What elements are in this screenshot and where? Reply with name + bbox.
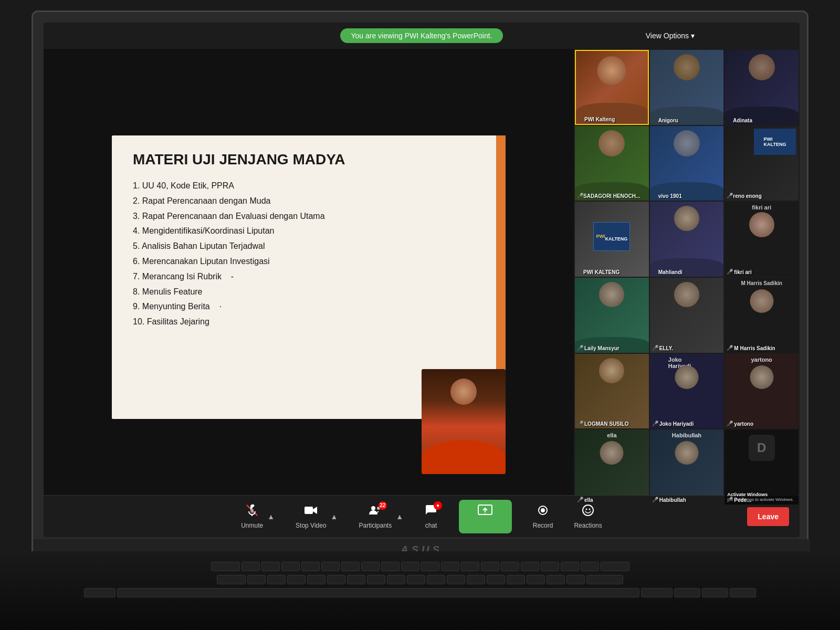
participant-name: ella — [584, 497, 593, 503]
leave-button[interactable]: Leave — [747, 507, 789, 526]
key[interactable] — [421, 562, 439, 571]
unmute-group: Unmute ▲ — [241, 504, 275, 529]
muted-icon: 🎤 — [652, 497, 658, 502]
sharing-banner: You are viewing PWI Kalteng's PowerPoint… — [340, 28, 502, 43]
reactions-button[interactable]: Reactions — [574, 504, 602, 529]
key[interactable] — [487, 575, 505, 584]
view-options-button[interactable]: View Options ▾ — [646, 32, 695, 40]
stop-video-button[interactable]: Stop Video — [296, 504, 327, 529]
participant-tile: 🎤̶ SADAGORI HENOCH... — [575, 126, 649, 201]
key[interactable] — [730, 588, 756, 597]
key[interactable] — [501, 562, 519, 571]
key[interactable] — [586, 575, 623, 584]
participants-icon: 22 — [368, 504, 383, 520]
key[interactable] — [601, 562, 629, 571]
key[interactable] — [84, 588, 116, 597]
svg-point-8 — [586, 508, 587, 510]
key[interactable] — [461, 562, 479, 571]
participant-name: Habibullah — [659, 497, 686, 503]
key[interactable] — [507, 575, 525, 584]
participants-chevron-icon[interactable]: ▲ — [396, 512, 403, 521]
participant-tile: 🎤 ELLY. — [650, 278, 724, 353]
microphone-muted-icon — [246, 504, 258, 520]
key[interactable] — [301, 562, 320, 571]
key[interactable] — [242, 562, 260, 571]
key[interactable] — [287, 575, 306, 584]
key[interactable] — [367, 575, 385, 584]
participants-button[interactable]: 22 Participants — [359, 504, 392, 529]
stop-video-label: Stop Video — [296, 522, 327, 529]
stop-video-chevron-icon[interactable]: ▲ — [331, 512, 338, 521]
chat-icon: ● — [424, 504, 438, 520]
share-screen-button[interactable]: Share Screen — [459, 500, 512, 533]
key[interactable] — [566, 575, 585, 584]
unmute-button[interactable]: Unmute — [241, 504, 263, 529]
bottom-toolbar: Unmute ▲ Stop Video ▲ — [44, 495, 800, 537]
key[interactable] — [327, 575, 345, 584]
key[interactable] — [561, 562, 579, 571]
key[interactable] — [447, 575, 465, 584]
key[interactable] — [341, 562, 360, 571]
spacebar-key[interactable] — [117, 588, 639, 597]
key[interactable] — [407, 575, 425, 584]
participant-tile: PWI Kalteng — [575, 50, 649, 125]
participant-name: Pede... — [734, 497, 751, 503]
muted-icon: 🎤 — [727, 497, 733, 502]
muted-icon: 🎤 — [577, 497, 583, 502]
view-options-label: View Options — [646, 32, 689, 40]
key[interactable] — [281, 562, 300, 571]
key[interactable] — [381, 562, 400, 571]
participant-name: Adinata — [733, 118, 752, 123]
participant-tile: 🎤 Laily Mansyur — [575, 278, 649, 353]
participant-name: vivo 1901 — [658, 193, 682, 199]
muted-icon: 🎤 — [577, 345, 583, 351]
key[interactable] — [321, 562, 340, 571]
key[interactable] — [211, 562, 240, 571]
key[interactable] — [702, 588, 728, 597]
muted-icon: 🎤 — [727, 269, 733, 275]
svg-point-9 — [589, 508, 591, 510]
record-icon — [537, 504, 549, 520]
key[interactable] — [247, 575, 266, 584]
unmute-chevron-icon[interactable]: ▲ — [267, 512, 275, 521]
muted-icon: 🎤 — [652, 421, 658, 426]
list-item: Analisis Bahan Liputan Terjadwal — [133, 239, 485, 254]
key[interactable] — [527, 575, 545, 584]
key[interactable] — [427, 575, 445, 584]
key[interactable] — [267, 575, 286, 584]
key[interactable] — [361, 562, 380, 571]
key[interactable] — [641, 588, 673, 597]
key[interactable] — [307, 575, 326, 584]
chat-badge: ● — [434, 501, 442, 510]
key[interactable] — [401, 562, 419, 571]
list-item: Rapat Perencanaan dan Evaluasi dengan Ut… — [133, 209, 485, 224]
key[interactable] — [387, 575, 405, 584]
key[interactable] — [261, 562, 280, 571]
key[interactable] — [467, 575, 485, 584]
list-item: Fasilitas Jejaring — [133, 314, 485, 330]
share-screen-icon — [477, 504, 493, 520]
presenter-body — [422, 440, 506, 474]
muted-icon: 🎤 — [727, 421, 733, 426]
participant-tile: Mahliandi — [650, 202, 724, 277]
presentation-area: MATERI UJI JENJANG MADYA UU 40, Kode Eti… — [44, 49, 574, 506]
key[interactable] — [481, 562, 499, 571]
key[interactable] — [441, 562, 459, 571]
key[interactable] — [581, 562, 599, 571]
key[interactable] — [541, 562, 559, 571]
list-item: Merencanakan Liputan Investigasi — [133, 254, 485, 269]
windows-activate-title: Activate Windows — [727, 492, 796, 497]
participant-tile: Joko Hariyadi 🎤 Joko Hariyadi — [650, 354, 724, 429]
key[interactable] — [521, 562, 539, 571]
key[interactable] — [674, 588, 700, 597]
keyboard-row-top — [42, 562, 798, 572]
key[interactable] — [217, 575, 246, 584]
participant-tile: PWIKALTENG PWI KALTENG — [575, 202, 649, 277]
participant-name: Anigoru — [658, 118, 678, 123]
record-button[interactable]: Record — [533, 504, 553, 529]
key[interactable] — [347, 575, 365, 584]
chat-button[interactable]: ● chat — [424, 504, 438, 529]
key[interactable] — [547, 575, 565, 584]
participant-name: yartono — [734, 421, 753, 427]
list-item: Merancang Isi Rubrik - — [133, 269, 485, 285]
